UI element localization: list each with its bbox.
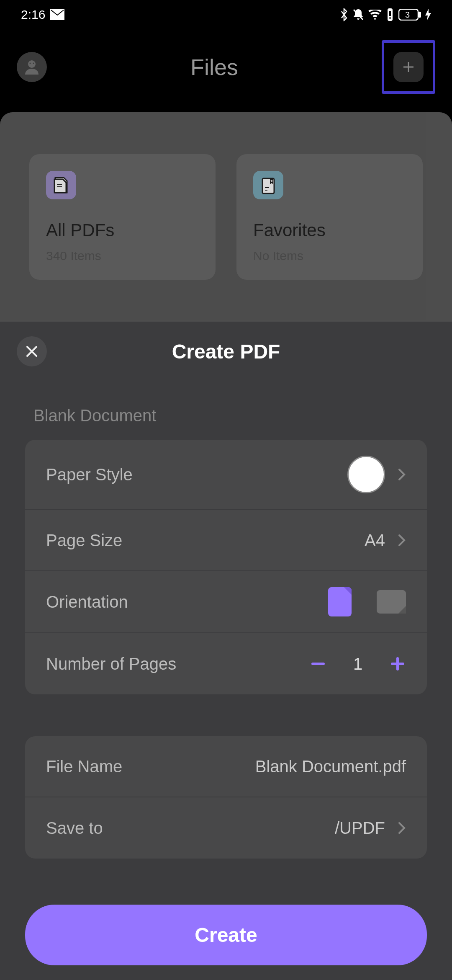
card-subtitle: No Items [253,249,406,263]
save-to-row[interactable]: Save to /UPDF [25,797,427,859]
avatar[interactable] [17,52,47,82]
orientation-portrait-button[interactable] [328,587,352,616]
close-button[interactable] [17,336,47,366]
bluetooth-icon [340,8,348,21]
charging-icon [425,9,431,21]
modal-title: Create PDF [172,340,280,363]
pages-value: 1 [352,655,364,673]
svg-rect-18 [311,663,325,665]
card-title: All PDFs [46,220,199,240]
decrease-pages-button[interactable] [310,663,326,665]
status-time: 2:16 [21,8,45,22]
file-name-value: Blank Document.pdf [255,757,406,776]
favorites-card: Favorites No Items [236,154,423,280]
chevron-right-icon [398,467,406,482]
card-subtitle: 340 Items [46,249,199,263]
favorites-icon [253,171,283,199]
page-title: Files [190,54,238,80]
row-label: Orientation [46,593,128,611]
add-button-highlight [382,40,435,94]
section-label: Blank Document [0,381,452,440]
row-label: Number of Pages [46,655,176,673]
svg-rect-20 [391,663,404,665]
battery-icon: 3 [398,9,421,21]
row-label: Save to [46,819,103,838]
orientation-row: Orientation [25,571,427,633]
page-size-row[interactable]: Page Size A4 [25,510,427,571]
svg-point-3 [389,17,391,19]
page-size-value: A4 [365,531,385,550]
row-label: Page Size [46,531,122,550]
create-button[interactable]: Create [25,905,427,965]
svg-point-6 [28,60,36,68]
svg-point-8 [33,63,34,64]
save-to-value: /UPDF [335,819,385,838]
svg-point-7 [30,63,31,64]
card-title: Favorites [253,220,406,240]
chevron-right-icon [398,533,406,548]
all-pdfs-card: All PDFs 340 Items [29,154,216,280]
files-background: All PDFs 340 Items Favorites No Items [0,112,452,322]
increase-pages-button[interactable] [389,657,406,671]
create-pdf-modal: Create PDF Blank Document Paper Style Pa… [0,322,452,980]
document-settings-group: Paper Style Page Size A4 Orientation Num… [25,440,427,694]
orientation-landscape-button[interactable] [377,590,406,614]
chevron-right-icon [398,820,406,836]
wifi-icon [368,10,382,20]
paper-style-row[interactable]: Paper Style [25,440,427,510]
app-header: Files [0,29,452,105]
svg-rect-2 [389,11,391,16]
warning-icon [386,8,394,21]
row-label: Paper Style [46,465,133,484]
svg-rect-5 [419,12,421,17]
add-button[interactable] [393,52,424,82]
file-name-row[interactable]: File Name Blank Document.pdf [25,736,427,797]
pages-row: Number of Pages 1 [25,633,427,694]
row-label: File Name [46,757,122,776]
file-settings-group: File Name Blank Document.pdf Save to /UP… [25,736,427,859]
status-bar: 2:16 3 [0,0,452,29]
pdf-icon [46,171,76,199]
paper-style-preview [347,456,385,493]
mail-icon [50,9,64,20]
notifications-off-icon [352,8,364,21]
